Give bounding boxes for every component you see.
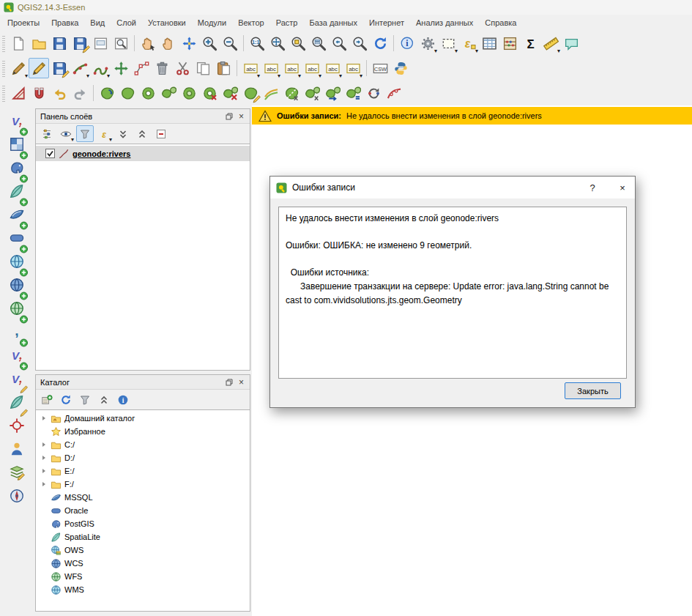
- new-spatialite-layer-button[interactable]: [6, 391, 28, 413]
- identify-features-button[interactable]: i: [397, 33, 417, 53]
- simplify-feature-button[interactable]: [117, 83, 138, 103]
- menu-item-10[interactable]: Интернет: [363, 15, 410, 30]
- delete-ring-button[interactable]: [199, 83, 220, 103]
- cad-tools-button[interactable]: [8, 83, 29, 103]
- merge-attributes-button[interactable]: [343, 83, 363, 103]
- add-wcs-layer-button[interactable]: [6, 274, 28, 296]
- map-tips-button[interactable]: [561, 33, 581, 53]
- toolbar-grip[interactable]: [2, 34, 5, 52]
- delete-selected-button[interactable]: [152, 58, 172, 78]
- dialog-close-button[interactable]: Закрыть: [565, 382, 621, 399]
- dropdown-arrow-icon[interactable]: ▾: [434, 48, 437, 54]
- move-label-button[interactable]: abc▾: [302, 58, 322, 78]
- new-shapefile-layer-button[interactable]: V: [6, 368, 28, 390]
- delete-part-button[interactable]: [220, 83, 240, 103]
- add-ring-button[interactable]: [138, 83, 158, 103]
- highlight-pinned-labels-button[interactable]: abc▾: [240, 58, 261, 78]
- close-panel-button[interactable]: ×: [235, 111, 248, 122]
- dropdown-arrow-icon[interactable]: ▾: [109, 137, 112, 143]
- expander-icon[interactable]: [40, 441, 48, 448]
- pan-to-selection-button[interactable]: [179, 33, 199, 53]
- zoom-out-button[interactable]: [220, 33, 240, 53]
- add-vector-layer-button[interactable]: V: [6, 110, 28, 132]
- paste-features-button[interactable]: [213, 58, 234, 78]
- catalog-item-home[interactable]: Домашний каталог: [36, 412, 250, 425]
- menu-item-8[interactable]: Растр: [270, 15, 304, 30]
- toolbar-grip[interactable]: [2, 84, 5, 102]
- expander-icon[interactable]: [40, 454, 48, 461]
- new-composer-button[interactable]: [90, 33, 111, 53]
- add-virtual-layer-button[interactable]: V: [6, 344, 28, 366]
- node-tool-button[interactable]: [131, 58, 152, 78]
- merge-features-button[interactable]: [322, 83, 343, 103]
- zoom-to-layer-button[interactable]: [308, 33, 329, 53]
- python-console-button[interactable]: [390, 58, 411, 78]
- dropdown-arrow-icon[interactable]: ▾: [86, 73, 89, 79]
- add-delimited-text-layer-button[interactable]: ,: [6, 321, 28, 343]
- add-feature-button[interactable]: ▾: [70, 58, 90, 78]
- menu-item-2[interactable]: Правка: [45, 15, 84, 30]
- menu-item-6[interactable]: Модули: [192, 15, 232, 30]
- open-project-button[interactable]: [29, 33, 49, 53]
- rotate-point-symbols-button[interactable]: [363, 83, 384, 103]
- zoom-next-button[interactable]: [349, 33, 370, 53]
- dropdown-arrow-icon[interactable]: ▾: [71, 137, 74, 143]
- menu-item-5[interactable]: Установки: [142, 15, 192, 30]
- rotate-label-button[interactable]: abc▾: [322, 58, 343, 78]
- expander-icon[interactable]: [40, 415, 48, 422]
- osm-place-search-button[interactable]: [6, 438, 28, 460]
- split-features-button[interactable]: [281, 83, 302, 103]
- menu-item-11[interactable]: Анализ данных: [410, 15, 479, 30]
- add-mssql-layer-button[interactable]: [6, 204, 28, 226]
- save-project-button[interactable]: [49, 33, 70, 53]
- add-circular-string-button[interactable]: ▾: [90, 58, 111, 78]
- catalog-item-spatialite[interactable]: SpatiaLite: [36, 530, 250, 543]
- catalog-item-wms[interactable]: WMS: [36, 583, 250, 596]
- deselect-features-button[interactable]: ε▾: [458, 33, 479, 53]
- dropdown-arrow-icon[interactable]: ▾: [557, 48, 560, 54]
- new-memory-layer-button[interactable]: [6, 461, 28, 483]
- change-label-button[interactable]: abc▾: [343, 58, 363, 78]
- undo-button[interactable]: [49, 83, 70, 103]
- dropdown-arrow-icon[interactable]: ▾: [25, 73, 28, 79]
- dropdown-arrow-icon[interactable]: ▾: [257, 73, 260, 79]
- redo-button[interactable]: [70, 83, 90, 103]
- dropdown-arrow-icon[interactable]: ▾: [455, 48, 458, 54]
- layer-item-geonode-rivers[interactable]: geonode:rivers: [36, 146, 250, 161]
- new-project-button[interactable]: [8, 33, 29, 53]
- dropdown-arrow-icon[interactable]: ▾: [278, 73, 280, 79]
- save-project-as-button[interactable]: [70, 33, 90, 53]
- catalog-item-mssql[interactable]: MSSQL: [36, 491, 250, 504]
- menu-item-4[interactable]: Слой: [111, 15, 142, 30]
- add-spatialite-layer-button[interactable]: [6, 180, 28, 202]
- dialog-close-icon[interactable]: ×: [610, 177, 635, 198]
- csw-metasearch-button[interactable]: CSW: [370, 58, 390, 78]
- move-feature-button[interactable]: [111, 58, 131, 78]
- refresh-map-button[interactable]: [370, 33, 390, 53]
- zoom-last-button[interactable]: [329, 33, 349, 53]
- save-layer-edits-button[interactable]: [49, 58, 70, 78]
- zoom-to-selection-button[interactable]: [288, 33, 308, 53]
- dropdown-arrow-icon[interactable]: ▾: [360, 73, 362, 79]
- statistical-summary-button[interactable]: Σ: [520, 33, 540, 53]
- menu-item-3[interactable]: Вид: [84, 15, 111, 30]
- toolbar-grip[interactable]: [2, 59, 5, 77]
- catalog-item-ows[interactable]: OWS: [36, 543, 250, 557]
- trace-button[interactable]: [384, 83, 404, 103]
- open-layer-styling-button[interactable]: [38, 125, 56, 142]
- dropdown-arrow-icon[interactable]: ▾: [107, 73, 110, 79]
- rotate-feature-button[interactable]: [97, 83, 117, 103]
- menu-item-7[interactable]: Вектор: [232, 15, 270, 30]
- catalog-item-oracle[interactable]: Oracle: [36, 504, 250, 517]
- float-panel-button[interactable]: [223, 376, 235, 387]
- zoom-native-button[interactable]: 1:1: [247, 33, 267, 53]
- cut-features-button[interactable]: [172, 58, 193, 78]
- dropdown-arrow-icon[interactable]: ▾: [319, 73, 321, 79]
- zoom-full-button[interactable]: [267, 33, 288, 53]
- float-panel-button[interactable]: [223, 111, 235, 122]
- field-calculator-button[interactable]: [499, 33, 520, 53]
- catalog-item-c-drive[interactable]: C:/: [36, 438, 250, 451]
- close-panel-button[interactable]: ×: [235, 376, 248, 387]
- dropdown-arrow-icon[interactable]: ▾: [298, 73, 301, 79]
- dialog-help-button[interactable]: ?: [580, 177, 605, 198]
